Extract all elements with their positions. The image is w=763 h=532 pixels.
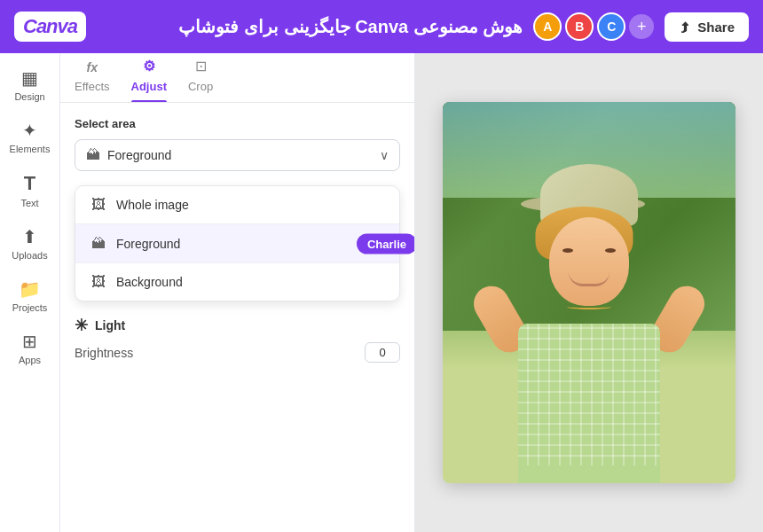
- smile: [569, 272, 610, 286]
- text-icon: T: [24, 172, 35, 195]
- foreground-label: Foreground: [116, 237, 365, 251]
- background-label: Background: [116, 275, 385, 289]
- foreground-icon: 🏔: [90, 236, 107, 252]
- apps-icon: ⊞: [22, 331, 37, 352]
- background-icon: 🖼: [90, 274, 107, 290]
- shirt-pattern: [518, 324, 660, 466]
- header: Canva هوش مصنوعی Canva جایگزینی برای فتو…: [0, 0, 763, 53]
- eye-right: [605, 248, 616, 253]
- person-figure: [500, 146, 678, 483]
- canva-logo[interactable]: Canva: [14, 12, 86, 42]
- photo-background: [443, 102, 735, 483]
- tab-effects[interactable]: fx Effects: [75, 60, 110, 102]
- effects-tab-icon: fx: [87, 60, 98, 74]
- sidebar-item-uploads[interactable]: ⬆ Uploads: [0, 219, 59, 268]
- charlie-tooltip: Charlie: [357, 233, 414, 254]
- eye-left: [562, 248, 573, 253]
- face: [549, 217, 629, 306]
- sidebar-item-projects[interactable]: 📁 Projects: [0, 271, 59, 320]
- header-title: هوش مصنوعی Canva جایگزینی برای فتوشاپ: [97, 16, 523, 37]
- photo-frame: [443, 102, 735, 483]
- dropdown-selected-text: Foreground: [107, 148, 373, 162]
- avatar-2: B: [565, 12, 594, 41]
- avatar-group: A B C +: [533, 12, 654, 41]
- add-collaborator-button[interactable]: +: [629, 14, 654, 39]
- tab-crop[interactable]: ⊡ Crop: [188, 58, 213, 102]
- share-icon: ⮭: [679, 20, 692, 35]
- option-background[interactable]: 🖼 Background: [75, 262, 399, 301]
- sidebar-item-design[interactable]: ▦ Design: [0, 60, 59, 109]
- tab-bar: fx Effects ⚙ Adjust ⊡ Crop: [60, 53, 414, 103]
- select-area-label: Select area: [75, 117, 400, 130]
- area-dropdown[interactable]: 🏔 Foreground ∨: [75, 139, 400, 171]
- canvas-area: [415, 53, 763, 532]
- adjust-panel: fx Effects ⚙ Adjust ⊡ Crop Select area 🏔…: [60, 53, 415, 532]
- shirt: [518, 324, 660, 483]
- sidebar-label-design: Design: [14, 91, 44, 102]
- light-label: Light: [95, 318, 125, 332]
- tab-adjust-label: Adjust: [131, 80, 167, 93]
- avatar-3: C: [597, 12, 625, 41]
- share-label: Share: [697, 20, 735, 35]
- design-icon: ▦: [21, 67, 38, 89]
- option-whole-image[interactable]: 🖼 Whole image: [75, 186, 399, 223]
- elements-icon: ✦: [22, 120, 37, 141]
- main-layout: ▦ Design ✦ Elements T Text ⬆ Uploads 📁 P…: [0, 53, 763, 532]
- avatar-1: A: [533, 12, 562, 41]
- dropdown-foreground-icon: 🏔: [86, 147, 100, 163]
- brightness-value[interactable]: 0: [365, 342, 400, 363]
- whole-image-icon: 🖼: [90, 197, 107, 213]
- dropdown-options-list: 🖼 Whole image 🏔 Foreground ✓ Charlie 🖼 B…: [75, 185, 400, 301]
- projects-icon: 📁: [19, 278, 41, 300]
- light-icon: ✳: [75, 316, 88, 335]
- tab-adjust[interactable]: ⚙ Adjust: [131, 58, 167, 102]
- share-button[interactable]: ⮭ Share: [665, 12, 749, 42]
- sidebar-label-text: Text: [20, 198, 38, 208]
- uploads-icon: ⬆: [22, 226, 37, 247]
- light-section-header: ✳ Light: [75, 316, 400, 335]
- sidebar-item-elements[interactable]: ✦ Elements: [0, 113, 59, 161]
- brightness-label: Brightness: [75, 346, 133, 360]
- crop-tab-icon: ⊡: [195, 58, 207, 74]
- option-foreground[interactable]: 🏔 Foreground ✓ Charlie: [75, 223, 399, 262]
- sidebar-label-elements: Elements: [10, 144, 51, 154]
- sidebar-label-uploads: Uploads: [12, 250, 47, 261]
- sidebar-item-text[interactable]: T Text: [0, 165, 59, 215]
- tab-effects-label: Effects: [75, 80, 110, 93]
- sidebar-label-apps: Apps: [19, 355, 41, 365]
- chevron-down-icon: ∨: [380, 148, 389, 162]
- whole-image-label: Whole image: [116, 198, 385, 212]
- adjust-tab-icon: ⚙: [143, 58, 155, 74]
- brightness-row: Brightness 0: [75, 342, 400, 363]
- necklace: [567, 304, 611, 309]
- tab-crop-label: Crop: [188, 80, 213, 93]
- sidebar: ▦ Design ✦ Elements T Text ⬆ Uploads 📁 P…: [0, 53, 60, 532]
- sidebar-label-projects: Projects: [12, 302, 48, 313]
- panel-content: Select area 🏔 Foreground ∨ 🖼 Whole image…: [60, 103, 414, 532]
- sidebar-item-apps[interactable]: ⊞ Apps: [0, 324, 59, 372]
